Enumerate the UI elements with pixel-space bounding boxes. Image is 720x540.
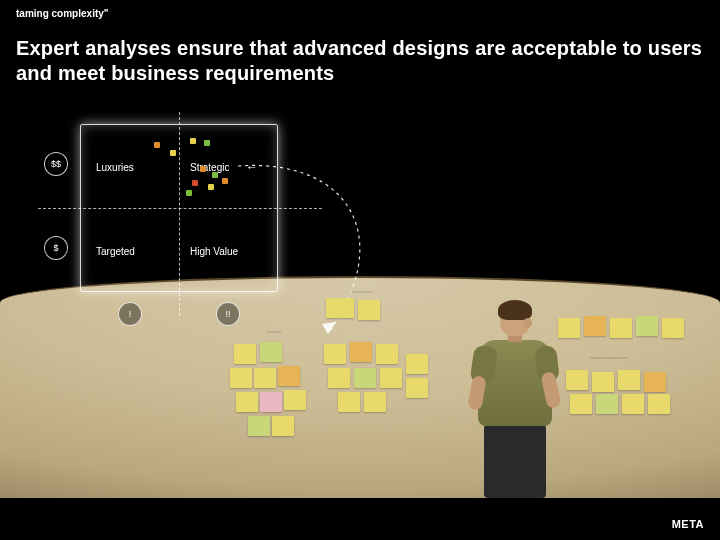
person-legs [484,422,546,498]
data-point [204,140,210,146]
sticky-note [260,392,282,412]
sticky-note [570,394,592,414]
data-point [154,142,160,148]
data-point [208,184,214,190]
data-point [212,172,218,178]
sticky-note [338,392,360,412]
person-figure [458,302,568,498]
sticky-note [618,370,640,390]
sticky-note [644,372,666,392]
data-point [170,150,176,156]
sticky-note [326,298,354,318]
data-point [186,190,192,196]
sticky-note [596,394,618,414]
sticky-note [236,392,258,412]
sticky-note [584,316,606,336]
sticky-note [272,416,294,436]
x-axis-low-label: ! [118,302,142,326]
sticky-note [354,368,376,388]
slide-visual: $$ $ ! !! Luxuries Strategic Targeted Hi… [0,118,720,498]
sticky-note [636,316,658,336]
quadrant-top-left: Luxuries [96,162,134,173]
board-scribble: ~~~~ [266,328,281,336]
sticky-note [364,392,386,412]
sticky-note [230,368,252,388]
diagram-horizontal-divider [38,208,322,209]
sticky-note [406,354,428,374]
footer-logo: META [672,518,704,530]
sticky-note [254,368,276,388]
sticky-note [234,344,256,364]
board-scribble: ~~~~~~~~~~ [590,354,628,362]
data-point [200,166,206,172]
data-point [190,138,196,144]
sticky-note [662,318,684,338]
sticky-note [260,342,282,362]
sticky-note [284,390,306,410]
slide-headline: Expert analyses ensure that advanced des… [16,36,704,86]
person-ear [524,318,532,328]
sticky-note [610,318,632,338]
quadrant-top-right: Strategic [190,162,229,173]
y-axis-high-label: $$ [44,152,68,176]
sticky-note [278,366,300,386]
diagram-vertical-divider [179,112,180,316]
sticky-note [406,378,428,398]
y-axis-low-label: $ [44,236,68,260]
sticky-note [622,394,644,414]
person-hair [498,300,532,320]
sticky-note [358,300,380,320]
sticky-note [248,416,270,436]
sticky-note [592,372,614,392]
sticky-note [648,394,670,414]
tagline: taming complexity" [16,8,109,19]
sticky-note [380,368,402,388]
sticky-note [376,344,398,364]
quadrant-bottom-right: High Value [190,246,238,257]
sticky-note [328,368,350,388]
quadrant-diagram: $$ $ ! !! Luxuries Strategic Targeted Hi… [32,118,292,318]
sticky-note [324,344,346,364]
data-point [222,178,228,184]
sticky-note [566,370,588,390]
quadrant-bottom-left: Targeted [96,246,135,257]
sticky-note [350,342,372,362]
board-scribble: ~~~~~~ [350,288,373,296]
arrow-left-icon: ← [246,160,258,174]
data-point [192,180,198,186]
